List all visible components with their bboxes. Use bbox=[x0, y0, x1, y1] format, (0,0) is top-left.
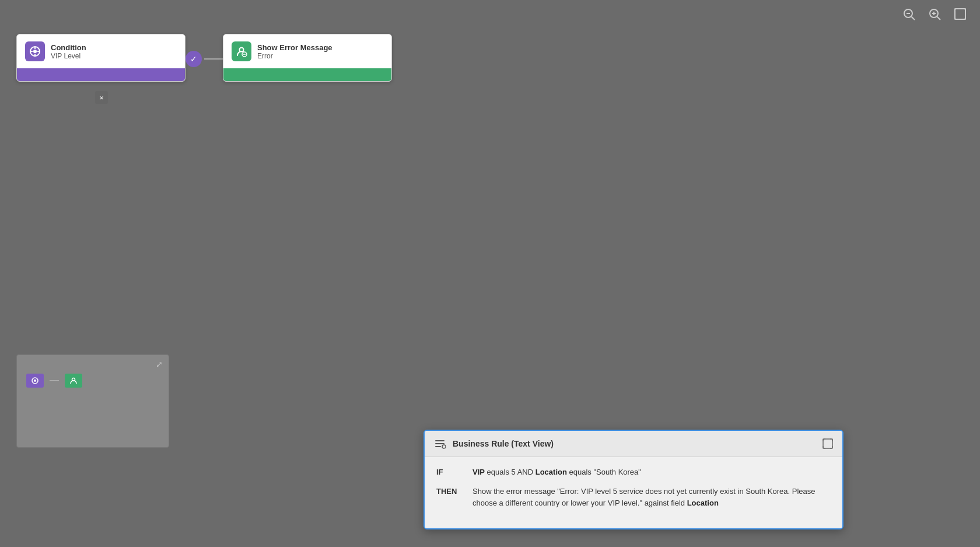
and-text: AND bbox=[517, 468, 536, 476]
error-node[interactable]: Show Error Message Error bbox=[223, 34, 392, 82]
if-value: VIP equals 5 AND Location equals "South … bbox=[473, 466, 641, 478]
error-title: Show Error Message Error bbox=[257, 43, 332, 60]
location-keyword: Location bbox=[536, 468, 567, 476]
value1-text: 5 bbox=[512, 468, 516, 476]
condition-title-sub: VIP Level bbox=[51, 52, 86, 60]
condition-node-footer bbox=[17, 68, 185, 81]
condition-node-close-button[interactable]: × bbox=[95, 91, 108, 104]
business-rule-panel[interactable]: Business Rule (Text View) IF VIP equals bbox=[424, 430, 844, 530]
equals1-text: equals bbox=[487, 468, 512, 476]
business-rule-body: IF VIP equals 5 AND Location equals "Sou… bbox=[425, 457, 842, 529]
then-intro: Show the error message bbox=[473, 487, 555, 496]
then-value: Show the error message "Error: VIP level… bbox=[473, 486, 831, 508]
zoom-out-icon[interactable] bbox=[901, 6, 917, 22]
close-icon: × bbox=[99, 93, 104, 102]
svg-rect-25 bbox=[823, 439, 832, 448]
svg-rect-22 bbox=[435, 443, 444, 444]
error-title-main: Show Error Message bbox=[257, 43, 332, 52]
canvas: Condition VIP Level × ✓ bbox=[0, 0, 980, 547]
svg-point-9 bbox=[33, 50, 37, 53]
svg-rect-7 bbox=[955, 9, 965, 19]
error-node-header: Show Error Message Error bbox=[223, 34, 391, 68]
svg-rect-23 bbox=[435, 446, 441, 447]
error-node-footer bbox=[223, 68, 391, 81]
mini-condition-node bbox=[26, 374, 44, 388]
mini-error-node bbox=[65, 374, 82, 388]
if-row: IF VIP equals 5 AND Location equals "Sou… bbox=[436, 466, 831, 478]
value2-text: "South Korea" bbox=[593, 468, 641, 476]
business-rule-title: Business Rule (Text View) bbox=[453, 439, 554, 448]
business-rule-header: Business Rule (Text View) bbox=[425, 431, 842, 457]
connector-check-icon: ✓ bbox=[186, 51, 202, 67]
svg-line-6 bbox=[937, 17, 941, 20]
minimap-expand-button[interactable]: ⤢ bbox=[153, 358, 165, 370]
error-icon bbox=[232, 41, 251, 61]
condition-title: Condition VIP Level bbox=[51, 43, 86, 60]
if-label: IF bbox=[436, 466, 463, 476]
error-title-sub: Error bbox=[257, 52, 332, 60]
then-label: THEN bbox=[436, 486, 463, 496]
then-against: against field bbox=[645, 499, 685, 507]
zoom-in-icon[interactable] bbox=[926, 6, 943, 22]
condition-node[interactable]: Condition VIP Level bbox=[16, 34, 186, 82]
business-rule-icon bbox=[433, 437, 447, 451]
connector: ✓ bbox=[186, 51, 229, 67]
expand-view-icon[interactable] bbox=[952, 6, 968, 22]
then-row: THEN Show the error message "Error: VIP … bbox=[436, 486, 831, 508]
minimap-content bbox=[26, 374, 82, 388]
then-field: Location bbox=[687, 499, 719, 507]
equals2-text: equals bbox=[569, 468, 594, 476]
condition-title-main: Condition bbox=[51, 43, 86, 52]
condition-icon bbox=[25, 41, 45, 61]
condition-node-header: Condition VIP Level bbox=[17, 34, 185, 68]
svg-point-24 bbox=[442, 445, 446, 448]
vip-keyword: VIP bbox=[473, 468, 485, 476]
business-rule-expand-button[interactable] bbox=[821, 437, 834, 450]
svg-point-19 bbox=[34, 379, 36, 382]
svg-line-2 bbox=[912, 17, 915, 20]
minimap[interactable]: ⤢ bbox=[16, 354, 169, 448]
svg-rect-21 bbox=[435, 440, 444, 441]
business-rule-title-row: Business Rule (Text View) bbox=[433, 437, 554, 451]
mini-connector-line bbox=[50, 380, 59, 381]
expand-icon: ⤢ bbox=[156, 360, 163, 369]
toolbar bbox=[901, 6, 968, 22]
